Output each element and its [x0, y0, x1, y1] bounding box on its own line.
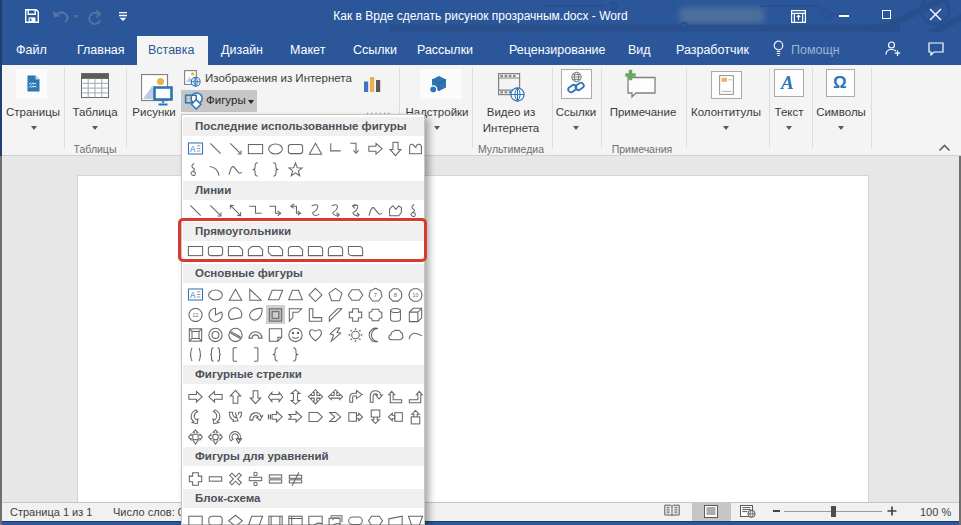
svg-text:A: A	[190, 145, 196, 154]
svg-text:10: 10	[413, 292, 419, 298]
svg-text:7: 7	[374, 292, 377, 298]
svg-text:12: 12	[193, 312, 199, 318]
svg-text:A: A	[190, 291, 196, 300]
svg-text:8: 8	[394, 292, 398, 298]
